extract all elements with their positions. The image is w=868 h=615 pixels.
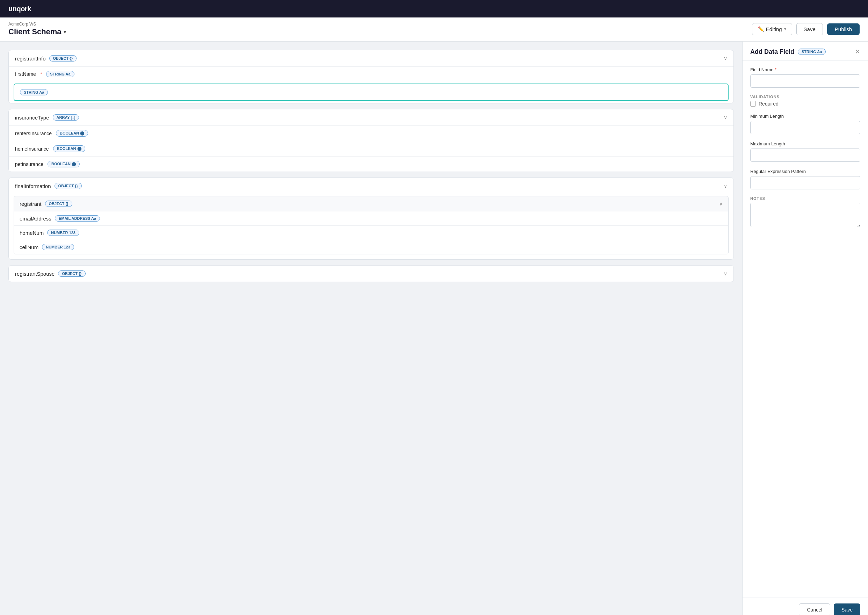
type-badge-object-registrant: OBJECT {} (45, 201, 72, 207)
collapse-icon-final[interactable]: ∨ (724, 183, 727, 189)
form-group-notes: NOTES (750, 197, 860, 227)
schema-block-finalInformation: finalInformation OBJECT {} ∨ registrant … (8, 178, 734, 260)
field-row-rentersInsurance: rentersInsurance BOOLEAN ⬤ (9, 125, 734, 141)
notes-textarea[interactable] (750, 203, 860, 227)
field-name-firstName: firstName (15, 71, 36, 77)
right-panel-footer: Cancel Save (743, 598, 868, 615)
field-row-firstName: firstName * STRING Aa (9, 66, 734, 81)
app-logo: unqork (8, 5, 31, 13)
save-button[interactable]: Save (796, 23, 823, 35)
editing-button[interactable]: ✏️ Editing ▾ (752, 23, 792, 35)
field-name-pet: petInsurance (15, 161, 43, 167)
form-group-max-length: Maximum Length (750, 141, 860, 162)
type-badge-array: ARRAY [↓] (53, 114, 79, 120)
sub-header: AcmeCorp WS Client Schema ▾ ✏️ Editing ▾… (0, 17, 868, 42)
field-name-home: homeInsurance (15, 146, 49, 151)
type-badge-object: OBJECT {} (49, 55, 76, 61)
top-nav: unqork (0, 0, 868, 17)
type-badge-boolean-renters: BOOLEAN ⬤ (56, 130, 88, 137)
schema-block-header-left-spouse: registrantSpouse OBJECT {} (15, 270, 86, 277)
type-badge-boolean-pet: BOOLEAN ⬤ (47, 161, 80, 167)
field-name-insuranceType: insuranceType (15, 115, 49, 120)
min-length-input[interactable] (750, 121, 860, 134)
type-badge-object-spouse: OBJECT {} (58, 270, 85, 277)
field-name-emailAddress: emailAddress (20, 215, 52, 222)
field-row-homeNum: homeNum NUMBER 123 (14, 225, 728, 240)
field-name-registrant: registrant (20, 201, 42, 207)
publish-button[interactable]: Publish (827, 23, 860, 35)
field-row-emailAddress: emailAddress EMAIL ADDRESS Aa (14, 211, 728, 225)
field-name-finalInformation: finalInformation (15, 183, 51, 189)
active-field-row[interactable]: STRING Aa (14, 84, 729, 101)
chevron-down-icon[interactable]: ▾ (64, 29, 66, 34)
type-badge-number-cell: NUMBER 123 (42, 244, 74, 250)
notes-section-title: NOTES (750, 197, 860, 201)
field-row-homeInsurance: homeInsurance BOOLEAN ⬤ (9, 141, 734, 156)
regex-input[interactable] (750, 176, 860, 189)
required-star: * (40, 71, 42, 77)
type-badge-string: STRING Aa (46, 71, 74, 77)
required-star-field: * (775, 67, 776, 72)
form-group-validations: VALIDATIONS Required (750, 95, 860, 106)
schema-block-header-final: finalInformation OBJECT {} ∨ (9, 178, 734, 194)
schema-block-registrantSpouse: registrantSpouse OBJECT {} ∨ (8, 265, 734, 282)
right-panel: Add Data Field STRING Aa ✕ Field Name * … (742, 42, 868, 615)
type-badge-email: EMAIL ADDRESS Aa (55, 215, 100, 222)
nested-block-header: registrant OBJECT {} ∨ (14, 197, 728, 211)
schema-block-header-insurance: insuranceType ARRAY [↓] ∨ (9, 109, 734, 125)
field-name-label: Field Name * (750, 67, 860, 72)
caret-down-icon: ▾ (784, 27, 786, 31)
left-panel: registrantInfo OBJECT {} ∨ firstName * S… (0, 42, 742, 615)
collapse-icon-insurance[interactable]: ∨ (724, 115, 727, 120)
type-badge-string-panel: STRING Aa (798, 48, 826, 55)
schema-block-insuranceType: insuranceType ARRAY [↓] ∨ rentersInsuran… (8, 109, 734, 172)
schema-block-header: registrantInfo OBJECT {} ∨ (9, 50, 734, 66)
type-badge-number-home: NUMBER 123 (47, 229, 79, 236)
schema-block-registrantInfo: registrantInfo OBJECT {} ∨ firstName * S… (8, 50, 734, 103)
max-length-input[interactable] (750, 148, 860, 162)
collapse-icon-spouse[interactable]: ∨ (724, 271, 727, 276)
field-row-cellNum: cellNum NUMBER 123 (14, 240, 728, 254)
schema-block-header-left-final: finalInformation OBJECT {} (15, 183, 82, 189)
schema-block-header-left: registrantInfo OBJECT {} (15, 55, 76, 61)
schema-block-header-left-insurance: insuranceType ARRAY [↓] (15, 114, 79, 120)
page-title-text: Client Schema (8, 27, 61, 36)
form-group-min-length: Minimum Length (750, 114, 860, 134)
close-icon[interactable]: ✕ (855, 48, 860, 56)
type-badge-boolean-home: BOOLEAN ⬤ (53, 145, 85, 152)
save-field-button[interactable]: Save (834, 604, 860, 615)
right-panel-body: Field Name * VALIDATIONS Required Minimu… (743, 61, 868, 598)
field-name-cellNum: cellNum (20, 244, 38, 250)
required-checkbox-row: Required (750, 101, 860, 106)
type-badge-object-final: OBJECT {} (55, 183, 82, 189)
editing-label: Editing (766, 26, 782, 32)
add-data-field-title: Add Data Field (750, 48, 794, 56)
max-length-label: Maximum Length (750, 141, 860, 147)
field-name-registrantInfo: registrantInfo (15, 56, 46, 61)
validations-section-title: VALIDATIONS (750, 95, 860, 99)
nested-block-registrant: registrant OBJECT {} ∨ emailAddress EMAI… (14, 196, 729, 254)
type-badge-string-active: STRING Aa (20, 89, 48, 95)
collapse-icon-registrant[interactable]: ∨ (719, 201, 723, 206)
right-panel-header: Add Data Field STRING Aa ✕ (743, 42, 868, 61)
field-name-registrantSpouse: registrantSpouse (15, 271, 55, 277)
field-row-petInsurance: petInsurance BOOLEAN ⬤ (9, 156, 734, 172)
field-name-homeNum: homeNum (20, 230, 44, 236)
pencil-icon: ✏️ (758, 26, 764, 32)
required-checkbox[interactable] (750, 101, 756, 106)
schema-block-header-spouse: registrantSpouse OBJECT {} ∨ (9, 265, 734, 282)
main-layout: registrantInfo OBJECT {} ∨ firstName * S… (0, 42, 868, 615)
header-right: ✏️ Editing ▾ Save Publish (752, 23, 860, 35)
regex-label: Regular Expression Pattern (750, 169, 860, 174)
breadcrumb: AcmeCorp WS (8, 22, 66, 27)
field-name-renters: rentersInsurance (15, 131, 52, 136)
form-group-field-name: Field Name * (750, 67, 860, 88)
min-length-label: Minimum Length (750, 114, 860, 119)
field-name-input[interactable] (750, 75, 860, 88)
collapse-icon[interactable]: ∨ (724, 56, 727, 61)
header-left: AcmeCorp WS Client Schema ▾ (8, 22, 66, 36)
right-panel-title: Add Data Field STRING Aa (750, 48, 826, 56)
page-title: Client Schema ▾ (8, 27, 66, 36)
form-group-regex: Regular Expression Pattern (750, 169, 860, 189)
cancel-button[interactable]: Cancel (799, 604, 830, 615)
